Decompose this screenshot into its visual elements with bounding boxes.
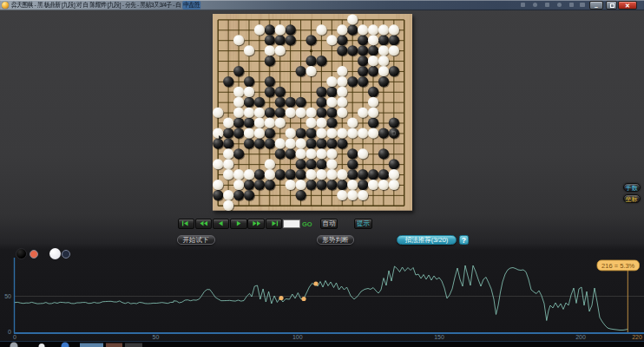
svg-text:0: 0 [13, 334, 16, 340]
svg-text:200: 200 [575, 334, 586, 340]
svg-text:0: 0 [8, 329, 11, 335]
svg-text:220: 220 [632, 334, 642, 340]
svg-text:150: 150 [434, 334, 444, 340]
svg-text:216 = 5.3%: 216 = 5.3% [601, 262, 634, 270]
svg-text:50: 50 [4, 293, 11, 299]
svg-text:50: 50 [153, 334, 160, 340]
svg-text:100: 100 [292, 334, 303, 340]
